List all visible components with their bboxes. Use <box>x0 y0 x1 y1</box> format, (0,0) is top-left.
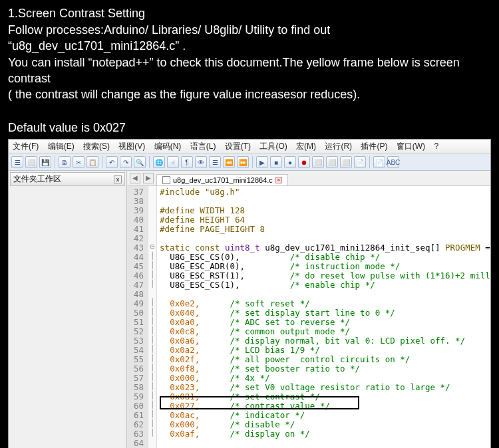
toolbar-button[interactable]: ▶ <box>256 156 268 168</box>
intro-text: 1.Screen Contrast Setting Follow process… <box>0 0 499 102</box>
toolbar-button[interactable]: ✂ <box>73 156 84 168</box>
toolbar-button[interactable]: ABC <box>387 156 399 168</box>
toolbar: ☰⬜💾🗎✂📋↶↷🔍🌐⑁¶👁☰⏪⏩▶■●⏺⬜⬜⬜📄📄ABC <box>9 154 490 171</box>
toolbar-button[interactable]: ⬜ <box>25 156 37 168</box>
menu-view[interactable]: 视图(V) <box>118 142 145 151</box>
menu-file[interactable]: 文件(F) <box>13 142 39 151</box>
menubar[interactable]: 文件(F) 编辑(E) 搜索(S) 视图(V) 编码(N) 语言(L) 设置(T… <box>9 140 490 154</box>
toolbar-button[interactable]: ¶ <box>181 156 193 168</box>
line-number-gutter: 37 38 39 40 41 42 43 44 45 46 47 48 49 5… <box>127 186 148 448</box>
menu-search[interactable]: 搜索(S) <box>83 142 110 151</box>
toolbar-button[interactable]: 📋 <box>86 156 98 168</box>
menu-encoding[interactable]: 编码(N) <box>154 142 182 151</box>
menu-help[interactable]: ? <box>434 142 438 151</box>
menu-lang[interactable]: 语言(L) <box>190 142 216 151</box>
menu-macro[interactable]: 宏(M) <box>296 142 316 151</box>
toolbar-button[interactable]: ■ <box>270 156 282 168</box>
toolbar-button[interactable]: 📄 <box>373 156 385 168</box>
intro-line1: Follow processes:Arduino/ Libraries/ U8g… <box>8 22 491 55</box>
editor-main: ◀ ▶ u8g_dev_uc1701_mini12864.c × 37 38 3… <box>127 171 490 448</box>
toolbar-button[interactable]: 📄 <box>354 156 366 168</box>
toolbar-button[interactable]: ⑁ <box>167 156 179 168</box>
toolbar-button[interactable]: ⬜ <box>340 156 352 168</box>
toolbar-button[interactable]: ↶ <box>106 156 118 168</box>
toolbar-button[interactable]: ⏩ <box>237 156 249 168</box>
default-value-note: Default value is 0x027 <box>0 102 499 139</box>
file-icon <box>162 176 170 184</box>
toolbar-button[interactable]: ⏪ <box>223 156 235 168</box>
toolbar-button[interactable]: 🗎 <box>59 156 71 168</box>
menu-window[interactable]: 窗口(W) <box>397 142 425 151</box>
code-text[interactable]: #include "u8g.h" #define WIDTH 128#defin… <box>157 186 490 448</box>
section-title: 1.Screen Contrast Setting <box>8 7 491 21</box>
toolbar-button[interactable]: ⏺ <box>298 156 310 168</box>
tab-bar: ◀ ▶ u8g_dev_uc1701_mini12864.c × <box>127 171 490 186</box>
toolbar-button[interactable]: 🌐 <box>153 156 165 168</box>
toolbar-button[interactable]: 👁 <box>195 156 207 168</box>
menu-plugin[interactable]: 插件(P) <box>361 142 387 151</box>
toolbar-button[interactable]: ⬜ <box>312 156 324 168</box>
tab-close-icon[interactable]: × <box>275 177 282 183</box>
fold-column[interactable]: ⊟ │ │ │ │ │ │ │ │ │ │ │ │ │ │ │ │ │ │ │ <box>148 186 157 448</box>
file-tab[interactable]: u8g_dev_uc1701_mini12864.c × <box>156 174 288 185</box>
intro-line2: You can install “notepad++” to check thi… <box>8 55 491 87</box>
toolbar-button[interactable]: ☰ <box>11 156 23 168</box>
tab-nav-back[interactable]: ◀ <box>130 173 140 183</box>
tab-nav-forward[interactable]: ▶ <box>143 173 154 183</box>
menu-run[interactable]: 运行(R) <box>325 142 352 151</box>
toolbar-button[interactable]: ● <box>284 156 296 168</box>
toolbar-button[interactable]: ⬜ <box>326 156 338 168</box>
toolbar-button[interactable]: ↷ <box>120 156 132 168</box>
menu-edit[interactable]: 编辑(E) <box>48 142 75 151</box>
tab-filename: u8g_dev_uc1701_mini12864.c <box>173 176 273 184</box>
toolbar-button[interactable]: ☰ <box>209 156 221 168</box>
toolbar-button[interactable]: 💾 <box>39 156 51 168</box>
sidepanel-title: 文件夹工作区 <box>13 173 61 185</box>
sidepanel-close-button[interactable]: x <box>114 175 122 183</box>
notepadpp-window: 文件(F) 编辑(E) 搜索(S) 视图(V) 编码(N) 语言(L) 设置(T… <box>8 139 491 448</box>
toolbar-button[interactable]: 🔍 <box>134 156 146 168</box>
intro-line3: ( the contrast will change as the figure… <box>8 86 491 102</box>
menu-settings[interactable]: 设置(T) <box>225 142 251 151</box>
menu-tools[interactable]: 工具(O) <box>259 142 287 151</box>
code-area[interactable]: 37 38 39 40 41 42 43 44 45 46 47 48 49 5… <box>127 186 490 448</box>
folder-workspace-panel: 文件夹工作区 x <box>9 171 127 448</box>
